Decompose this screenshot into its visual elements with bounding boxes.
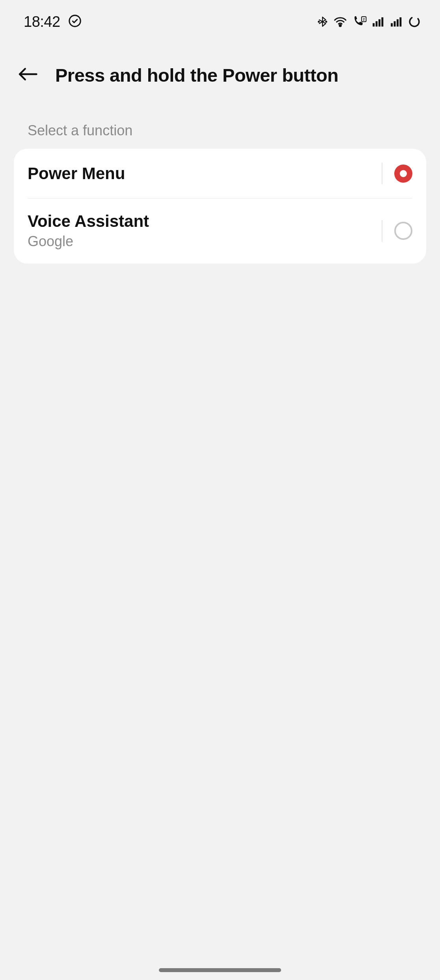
option-power-menu[interactable]: Power Menu bbox=[14, 149, 426, 198]
vowifi-icon: 2 bbox=[352, 16, 367, 27]
status-left: 18:42 bbox=[24, 13, 82, 30]
signal-bars-1-icon bbox=[372, 16, 385, 27]
page-title: Press and hold the Power button bbox=[55, 64, 338, 86]
bluetooth-icon bbox=[317, 15, 328, 28]
svg-point-14 bbox=[408, 16, 420, 28]
options-card: Power Menu Voice Assistant Google bbox=[14, 149, 426, 264]
radio-unselected[interactable] bbox=[394, 222, 412, 240]
status-bar: 18:42 bbox=[0, 0, 440, 39]
option-subtitle: Google bbox=[28, 233, 149, 250]
option-right bbox=[382, 220, 412, 242]
home-indicator[interactable] bbox=[159, 968, 281, 972]
signal-bars-2-icon bbox=[390, 16, 403, 27]
check-circle-icon bbox=[68, 14, 82, 29]
option-voice-assistant[interactable]: Voice Assistant Google bbox=[14, 198, 426, 264]
option-title: Power Menu bbox=[28, 164, 125, 183]
radio-selected[interactable] bbox=[394, 165, 412, 183]
loading-circle-icon bbox=[408, 16, 420, 28]
svg-point-2 bbox=[326, 21, 327, 22]
svg-point-3 bbox=[339, 25, 341, 26]
option-right bbox=[382, 163, 412, 184]
svg-point-1 bbox=[318, 21, 319, 22]
separator bbox=[382, 220, 382, 242]
separator bbox=[382, 163, 382, 184]
svg-rect-7 bbox=[376, 21, 378, 27]
option-texts: Voice Assistant Google bbox=[28, 212, 149, 250]
option-texts: Power Menu bbox=[28, 164, 125, 183]
arrow-left-icon bbox=[18, 66, 37, 84]
svg-rect-8 bbox=[378, 19, 380, 26]
back-button[interactable] bbox=[16, 63, 39, 87]
page-header: Press and hold the Power button bbox=[0, 39, 440, 103]
wifi-icon bbox=[334, 16, 347, 27]
status-right: 2 bbox=[317, 15, 420, 28]
svg-rect-12 bbox=[397, 19, 399, 26]
svg-text:2: 2 bbox=[363, 17, 365, 21]
option-title: Voice Assistant bbox=[28, 212, 149, 231]
svg-rect-9 bbox=[381, 17, 383, 26]
status-time: 18:42 bbox=[24, 13, 60, 30]
svg-rect-11 bbox=[394, 21, 396, 27]
svg-rect-10 bbox=[391, 23, 393, 27]
section-label: Select a function bbox=[0, 103, 440, 149]
svg-rect-6 bbox=[373, 23, 375, 27]
svg-rect-13 bbox=[399, 17, 401, 26]
